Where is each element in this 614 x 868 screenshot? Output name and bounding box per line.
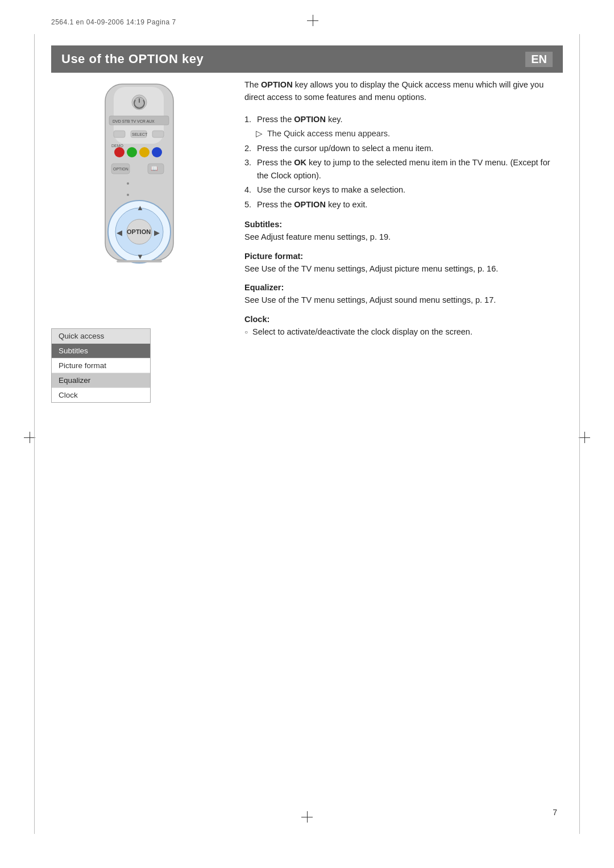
menu-item-equalizer: Equalizer: [52, 373, 150, 388]
svg-text:OPTION: OPTION: [113, 167, 128, 171]
svg-text:DEMO: DEMO: [111, 144, 124, 148]
svg-text:OPTION: OPTION: [127, 228, 151, 235]
page-meta: 2564.1 en 04-09-2006 14:19 Pagina 7: [51, 18, 176, 26]
remote-control-image: DVD STB TV VCR AUX SELECT DEMO OPTION 📖: [85, 78, 193, 317]
clock-bullet-icon: ○: [244, 328, 248, 337]
svg-point-12: [114, 147, 125, 157]
title-bar: Use of the OPTION key EN: [51, 45, 563, 73]
reg-mark-right: [579, 432, 590, 443]
svg-point-14: [139, 147, 150, 157]
right-column: The OPTION key allows you to display the…: [227, 73, 563, 403]
svg-point-21: [127, 194, 129, 196]
section-equalizer-body: See Use of the TV menu settings, Adjust …: [244, 294, 563, 306]
ok-bold-step3: OK: [294, 158, 306, 167]
step-1: 1. Press the OPTION key.: [244, 113, 563, 126]
section-equalizer-title: Equalizer:: [244, 283, 563, 292]
border-right: [579, 34, 580, 834]
section-picture-format-body: See Use of the TV menu settings, Adjust …: [244, 262, 563, 275]
section-clock-body: ○ Select to activate/deactivate the cloc…: [244, 326, 563, 338]
svg-text:📖: 📖: [151, 165, 158, 172]
section-clock-title: Clock:: [244, 315, 563, 324]
menu-item-picture-format: Picture format: [52, 358, 150, 373]
quick-access-menu: Quick access Subtitles Picture format Eq…: [51, 328, 151, 403]
menu-item-subtitles: Subtitles: [52, 344, 150, 358]
svg-rect-30: [117, 260, 162, 262]
page-title: Use of the OPTION key: [61, 52, 204, 66]
left-column: DVD STB TV VCR AUX SELECT DEMO OPTION 📖: [51, 73, 227, 403]
svg-text:▲: ▲: [136, 203, 144, 212]
border-left: [34, 34, 35, 834]
svg-point-20: [127, 182, 129, 185]
svg-text:◀: ◀: [117, 228, 122, 237]
svg-rect-7: [114, 131, 125, 137]
section-subtitles: Subtitles: See Adjust feature menu setti…: [244, 220, 563, 243]
svg-text:SELECT: SELECT: [132, 132, 148, 136]
clock-bullet-text: Select to activate/deactivate the clock …: [252, 326, 472, 338]
doc-ref-text: 2564.1 en 04-09-2006 14:19 Pagina 7: [51, 18, 176, 26]
svg-rect-10: [152, 131, 164, 137]
section-picture-format: Picture format: See Use of the TV menu s…: [244, 252, 563, 275]
svg-text:DVD  STB  TV  VCR  AUX: DVD STB TV VCR AUX: [113, 119, 155, 123]
menu-item-clock: Clock: [52, 388, 150, 402]
main-content: DVD STB TV VCR AUX SELECT DEMO OPTION 📖: [51, 73, 563, 403]
reg-mark-left: [24, 432, 35, 443]
step-4: 4. Use the cursor keys to make a selecti…: [244, 183, 563, 196]
step-1-sub: ▷ The Quick access menu appears.: [244, 127, 563, 140]
reg-mark-top: [307, 15, 318, 26]
step-5: 5. Press the OPTION key to exit.: [244, 198, 563, 211]
section-clock: Clock: ○ Select to activate/deactivate t…: [244, 315, 563, 338]
svg-text:▼: ▼: [136, 252, 144, 261]
section-equalizer: Equalizer: See Use of the TV menu settin…: [244, 283, 563, 306]
svg-point-13: [127, 147, 137, 157]
option-bold-step1: OPTION: [294, 115, 326, 124]
svg-text:▶: ▶: [154, 228, 160, 237]
section-subtitles-body: See Adjust feature menu settings, p. 19.: [244, 231, 563, 243]
option-bold-intro: OPTION: [261, 80, 293, 89]
section-picture-format-title: Picture format:: [244, 252, 563, 261]
option-bold-step5: OPTION: [294, 200, 326, 209]
lang-badge: EN: [525, 52, 553, 67]
steps-list: 1. Press the OPTION key. ▷ The Quick acc…: [244, 113, 563, 211]
page-number: 7: [553, 808, 557, 817]
step-3: 3. Press the OK key to jump to the selec…: [244, 156, 563, 182]
intro-paragraph: The OPTION key allows you to display the…: [244, 78, 563, 104]
svg-point-15: [152, 147, 162, 157]
menu-item-quick-access: Quick access: [52, 329, 150, 344]
step-2: 2. Press the cursor up/down to select a …: [244, 142, 563, 155]
section-subtitles-title: Subtitles:: [244, 220, 563, 229]
reg-mark-bottom: [301, 811, 313, 823]
